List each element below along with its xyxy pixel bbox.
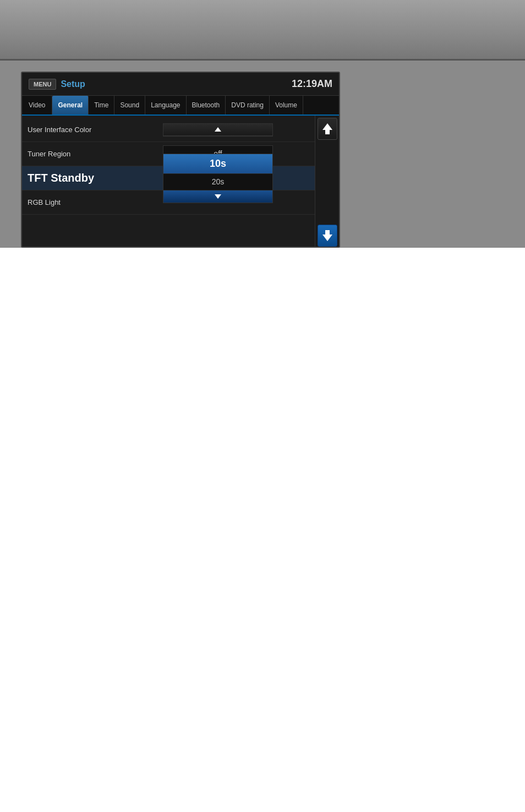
dropdown-tft-standby[interactable]: 10s 20s: [163, 154, 273, 203]
tab-bar: Video General Time Sound Language Blueto…: [22, 96, 339, 116]
setting-label-rgb-light: RGB Light: [28, 198, 127, 206]
time-display: 12:19AM: [292, 78, 332, 90]
setting-value-tft-standby: 10s 20s: [127, 154, 309, 203]
tab-bluetooth[interactable]: Bluetooth: [187, 96, 226, 115]
setting-row-tft-standby: TFT Standby 10s 20s: [22, 166, 315, 190]
setting-label-tuner-region: Tuner Region: [28, 150, 127, 158]
scroll-up-button[interactable]: [318, 118, 337, 140]
device-container: MENU Setup 12:19AM Video General Time So…: [21, 72, 340, 248]
tab-sound[interactable]: Sound: [114, 96, 145, 115]
tab-dvdrating[interactable]: DVD rating: [226, 96, 270, 115]
chevron-up-icon: [215, 127, 221, 132]
setting-label-user-interface-color: User Interface Color: [28, 126, 127, 134]
tab-time[interactable]: Time: [89, 96, 114, 115]
arrow-down-icon: [322, 230, 332, 241]
menu-button[interactable]: MENU: [29, 79, 56, 90]
setting-row-user-interface-color: User Interface Color: [22, 118, 315, 142]
tab-volume[interactable]: Volume: [270, 96, 303, 115]
dropdown-down-button[interactable]: [163, 190, 272, 203]
top-bar: [0, 0, 525, 61]
dropdown-option-20s[interactable]: 20s: [163, 174, 272, 190]
tab-general[interactable]: General: [52, 96, 89, 115]
scroll-down-button[interactable]: [318, 225, 337, 247]
dropdown-option-10s[interactable]: 10s: [163, 154, 272, 174]
bottom-area: [0, 248, 525, 812]
header-bar: MENU Setup 12:19AM: [22, 73, 339, 96]
settings-list: User Interface Color Tuner Region off: [22, 116, 315, 248]
dropdown-up-button[interactable]: [163, 124, 272, 136]
page-title: Setup: [61, 79, 85, 89]
sidebar-controls: [315, 116, 339, 248]
dropdown-user-interface-color[interactable]: [163, 123, 273, 137]
content-area: User Interface Color Tuner Region off: [22, 116, 339, 248]
setting-label-tft-standby: TFT Standby: [28, 172, 127, 184]
chevron-down-icon: [215, 194, 221, 199]
tab-video[interactable]: Video: [22, 96, 52, 115]
setting-value-user-interface-color: [127, 123, 309, 137]
header-left: MENU Setup: [29, 79, 85, 90]
tab-language[interactable]: Language: [145, 96, 186, 115]
arrow-up-icon: [322, 123, 332, 134]
